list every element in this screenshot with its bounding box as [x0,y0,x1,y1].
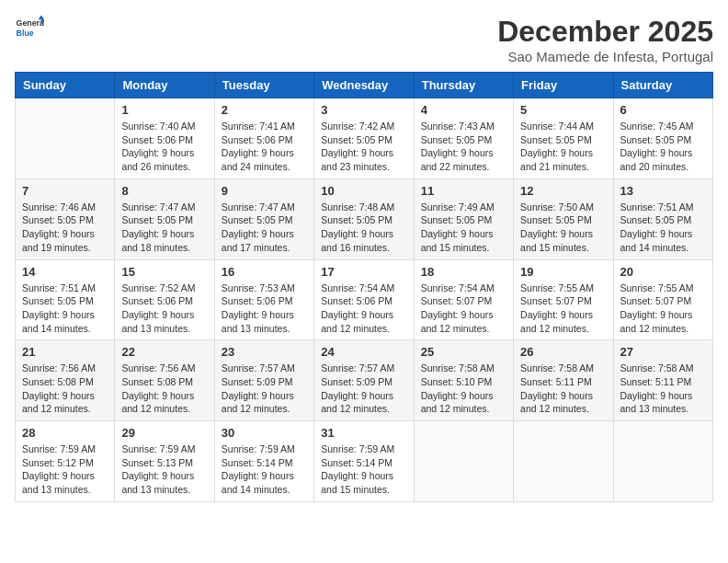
day-number: 6 [620,103,706,117]
day-number: 23 [222,345,307,359]
day-info: Sunrise: 7:54 AM Sunset: 5:06 PM Dayligh… [321,282,406,336]
calendar-cell: 31Sunrise: 7:59 AM Sunset: 5:14 PM Dayli… [314,421,414,502]
day-info: Sunrise: 7:58 AM Sunset: 5:10 PM Dayligh… [421,362,506,416]
weekday-header-wednesday: Wednesday [314,73,414,98]
day-number: 19 [520,265,606,279]
calendar-cell: 9Sunrise: 7:47 AM Sunset: 5:05 PM Daylig… [214,178,313,259]
day-number: 13 [620,184,706,198]
svg-text:Blue: Blue [17,29,34,38]
day-info: Sunrise: 7:50 AM Sunset: 5:05 PM Dayligh… [520,201,606,255]
calendar-cell [613,421,712,502]
calendar-week-row: 14Sunrise: 7:51 AM Sunset: 5:05 PM Dayli… [16,259,713,340]
day-number: 11 [421,184,506,198]
calendar-cell: 4Sunrise: 7:43 AM Sunset: 5:05 PM Daylig… [414,98,513,179]
day-number: 27 [620,345,706,359]
day-info: Sunrise: 7:48 AM Sunset: 5:05 PM Dayligh… [321,201,406,255]
day-number: 14 [22,265,108,279]
day-info: Sunrise: 7:55 AM Sunset: 5:07 PM Dayligh… [520,282,606,336]
day-number: 17 [321,265,406,279]
calendar-cell: 24Sunrise: 7:57 AM Sunset: 5:09 PM Dayli… [314,340,414,421]
day-number: 1 [121,103,207,117]
calendar-cell: 10Sunrise: 7:48 AM Sunset: 5:05 PM Dayli… [314,178,414,259]
logo: General Blue [15,15,44,40]
day-info: Sunrise: 7:57 AM Sunset: 5:09 PM Dayligh… [222,362,307,416]
day-number: 12 [520,184,606,198]
calendar-cell: 21Sunrise: 7:56 AM Sunset: 5:08 PM Dayli… [16,340,115,421]
calendar-cell: 5Sunrise: 7:44 AM Sunset: 5:05 PM Daylig… [514,98,613,179]
calendar-cell: 13Sunrise: 7:51 AM Sunset: 5:05 PM Dayli… [613,178,712,259]
calendar-cell: 16Sunrise: 7:53 AM Sunset: 5:06 PM Dayli… [214,259,313,340]
day-info: Sunrise: 7:52 AM Sunset: 5:06 PM Dayligh… [121,282,207,336]
day-info: Sunrise: 7:49 AM Sunset: 5:05 PM Dayligh… [421,201,506,255]
calendar-cell: 15Sunrise: 7:52 AM Sunset: 5:06 PM Dayli… [115,259,214,340]
day-info: Sunrise: 7:40 AM Sunset: 5:06 PM Dayligh… [121,120,207,174]
day-info: Sunrise: 7:57 AM Sunset: 5:09 PM Dayligh… [321,362,406,416]
day-info: Sunrise: 7:54 AM Sunset: 5:07 PM Dayligh… [421,282,506,336]
day-info: Sunrise: 7:46 AM Sunset: 5:05 PM Dayligh… [22,201,108,255]
day-number: 10 [321,184,406,198]
day-info: Sunrise: 7:55 AM Sunset: 5:07 PM Dayligh… [620,282,706,336]
day-number: 5 [520,103,606,117]
calendar-cell: 27Sunrise: 7:58 AM Sunset: 5:11 PM Dayli… [613,340,712,421]
day-number: 21 [22,345,108,359]
day-number: 22 [121,345,207,359]
weekday-header-friday: Friday [514,73,613,98]
calendar-cell: 2Sunrise: 7:41 AM Sunset: 5:06 PM Daylig… [214,98,313,179]
calendar-cell: 20Sunrise: 7:55 AM Sunset: 5:07 PM Dayli… [613,259,712,340]
calendar-cell: 23Sunrise: 7:57 AM Sunset: 5:09 PM Dayli… [214,340,313,421]
calendar-cell: 18Sunrise: 7:54 AM Sunset: 5:07 PM Dayli… [414,259,513,340]
calendar-week-row: 28Sunrise: 7:59 AM Sunset: 5:12 PM Dayli… [16,421,713,502]
day-info: Sunrise: 7:47 AM Sunset: 5:05 PM Dayligh… [121,201,207,255]
calendar-cell: 28Sunrise: 7:59 AM Sunset: 5:12 PM Dayli… [16,421,115,502]
day-info: Sunrise: 7:59 AM Sunset: 5:12 PM Dayligh… [22,442,108,497]
day-number: 8 [121,184,207,198]
day-info: Sunrise: 7:44 AM Sunset: 5:05 PM Dayligh… [520,120,606,174]
day-info: Sunrise: 7:59 AM Sunset: 5:13 PM Dayligh… [121,442,207,497]
day-info: Sunrise: 7:43 AM Sunset: 5:05 PM Dayligh… [421,120,506,174]
day-info: Sunrise: 7:56 AM Sunset: 5:08 PM Dayligh… [121,362,207,416]
calendar-week-row: 21Sunrise: 7:56 AM Sunset: 5:08 PM Dayli… [16,340,713,421]
day-info: Sunrise: 7:53 AM Sunset: 5:06 PM Dayligh… [222,282,307,336]
calendar-cell: 11Sunrise: 7:49 AM Sunset: 5:05 PM Dayli… [414,178,513,259]
day-number: 29 [121,426,207,440]
day-number: 28 [22,426,108,440]
day-info: Sunrise: 7:58 AM Sunset: 5:11 PM Dayligh… [620,362,706,416]
day-number: 4 [421,103,506,117]
calendar-cell: 25Sunrise: 7:58 AM Sunset: 5:10 PM Dayli… [414,340,513,421]
weekday-header-monday: Monday [115,73,214,98]
day-info: Sunrise: 7:41 AM Sunset: 5:06 PM Dayligh… [222,120,307,174]
weekday-header-saturday: Saturday [613,73,712,98]
day-info: Sunrise: 7:51 AM Sunset: 5:05 PM Dayligh… [22,282,108,336]
day-info: Sunrise: 7:59 AM Sunset: 5:14 PM Dayligh… [321,442,406,497]
calendar-cell: 26Sunrise: 7:58 AM Sunset: 5:11 PM Dayli… [514,340,613,421]
calendar-cell: 14Sunrise: 7:51 AM Sunset: 5:05 PM Dayli… [16,259,115,340]
day-number: 9 [222,184,307,198]
day-info: Sunrise: 7:59 AM Sunset: 5:14 PM Dayligh… [222,442,307,497]
calendar-cell: 19Sunrise: 7:55 AM Sunset: 5:07 PM Dayli… [514,259,613,340]
calendar-week-row: 1Sunrise: 7:40 AM Sunset: 5:06 PM Daylig… [16,98,713,179]
calendar-cell [514,421,613,502]
day-number: 15 [121,265,207,279]
calendar-cell: 3Sunrise: 7:42 AM Sunset: 5:05 PM Daylig… [314,98,414,179]
calendar-cell: 22Sunrise: 7:56 AM Sunset: 5:08 PM Dayli… [115,340,214,421]
day-info: Sunrise: 7:42 AM Sunset: 5:05 PM Dayligh… [321,120,406,174]
header: General Blue December 2025 Sao Mamede de… [15,15,713,64]
day-number: 30 [222,426,307,440]
day-info: Sunrise: 7:45 AM Sunset: 5:05 PM Dayligh… [620,120,706,174]
day-info: Sunrise: 7:51 AM Sunset: 5:05 PM Dayligh… [620,201,706,255]
day-number: 24 [321,345,406,359]
day-number: 16 [222,265,307,279]
day-number: 25 [421,345,506,359]
weekday-header-sunday: Sunday [16,73,115,98]
weekday-header-row: SundayMondayTuesdayWednesdayThursdayFrid… [16,73,713,98]
calendar-cell: 12Sunrise: 7:50 AM Sunset: 5:05 PM Dayli… [514,178,613,259]
calendar-week-row: 7Sunrise: 7:46 AM Sunset: 5:05 PM Daylig… [16,178,713,259]
calendar-cell [16,98,115,179]
calendar-cell: 8Sunrise: 7:47 AM Sunset: 5:05 PM Daylig… [115,178,214,259]
location-subtitle: Sao Mamede de Infesta, Portugal [497,49,713,64]
month-title: December 2025 [497,15,713,49]
title-area: December 2025 Sao Mamede de Infesta, Por… [497,15,713,64]
day-info: Sunrise: 7:58 AM Sunset: 5:11 PM Dayligh… [520,362,606,416]
calendar-cell: 1Sunrise: 7:40 AM Sunset: 5:06 PM Daylig… [115,98,214,179]
day-number: 3 [321,103,406,117]
